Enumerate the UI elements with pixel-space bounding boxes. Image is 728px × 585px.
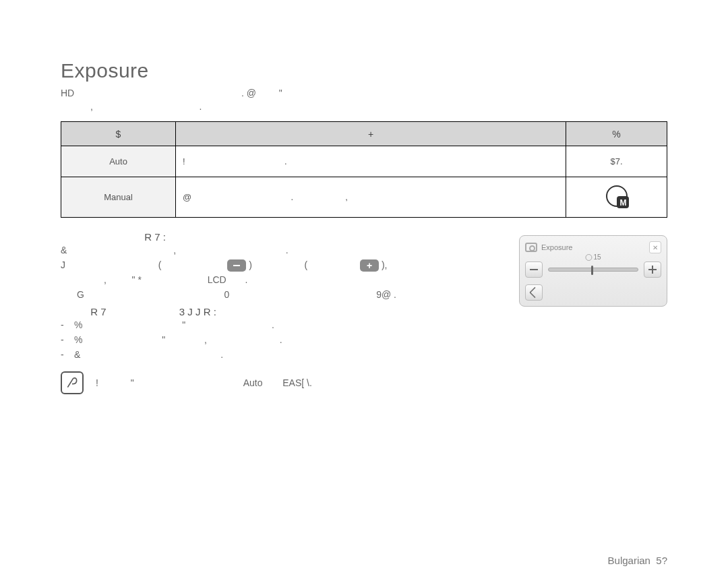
text: " [182,319,185,330]
decrease-button[interactable] [525,261,543,278]
table-row: Auto ! . $7. [61,146,667,177]
footer-page: 5? [656,555,667,566]
text: . @ [241,88,256,98]
note-row: ! " Auto EAS[ \. [61,371,526,394]
camera-icon [525,243,537,252]
text: G [77,289,84,300]
text: , [173,245,176,255]
text: % [74,319,82,330]
table-header-row: $ + % [61,122,667,146]
cell-desc-manual: @ . , [176,177,566,218]
text: " [131,377,134,388]
text: , [90,101,93,112]
manual-section-body: & , . J ( ) ( + ), , " * LCD [61,243,526,302]
page-heading: Exposure [61,59,667,82]
text: & [74,349,80,360]
exposure-panel: Exposure ✕ 15 [519,235,667,307]
text: ! [183,156,185,166]
text: . [280,334,282,345]
text: Auto [243,377,263,388]
text: , [104,274,107,285]
text: " [162,334,165,345]
recommend-section-title: R 7 3 J J R : [61,306,526,317]
text: ( [305,259,308,270]
slider-thumb[interactable] [591,266,593,275]
exposure-value: 15 [593,253,601,261]
text: 0 [224,289,230,300]
note-icon [61,371,84,394]
text: ) [249,259,252,270]
close-button[interactable]: ✕ [649,241,661,253]
text: " [279,88,282,98]
footer-lang: Bulgarian [608,555,650,566]
th-desc: + [176,122,566,146]
text: , [204,334,207,345]
text: HD [61,88,74,98]
text: ( [158,259,162,270]
exposure-slider[interactable]: 15 [525,261,661,278]
text: ! [96,377,98,388]
text: . [291,192,293,202]
text: R 7 [90,306,106,317]
cell-setting-manual: Manual [61,177,176,218]
text: . [286,245,289,255]
manual-mode-icon [606,185,628,207]
recommend-bullets: - % " . - % " , . - & [61,317,526,362]
text: " * [132,274,142,285]
text: 9@ . [376,289,396,300]
text: . [220,349,223,360]
text: R 7 : [144,231,166,243]
settings-table: $ + % Auto ! . $7. Manual @ . , [61,121,667,218]
text: @ [183,192,191,202]
page-footer: Bulgarian 5? [608,555,667,566]
panel-title: Exposure [541,243,572,251]
table-row: Manual @ . , [61,177,667,218]
minus-pill-icon [227,259,246,272]
increase-button[interactable] [644,261,661,278]
cell-setting-auto: Auto [61,146,176,177]
text: , [345,192,348,202]
text: 3 J J R : [179,306,216,317]
th-display: % [566,122,667,146]
text: . [200,101,202,112]
back-button[interactable] [525,284,543,301]
manual-mini-icon [585,254,592,261]
cell-desc-auto: ! . [176,146,566,177]
exposure-value-badge: 15 [585,253,601,261]
text: LCD [208,274,226,285]
back-arrow-icon [529,287,541,299]
plus-pill-icon: + [360,259,379,272]
manual-section-title: R 7 : [61,231,526,243]
cell-display-auto: $7. [566,146,667,177]
text: J [61,259,65,270]
text: % [74,334,82,345]
cell-display-manual [566,177,667,218]
text: . [284,156,287,166]
text: ), [382,259,388,270]
text: & [61,245,67,255]
text: . [245,274,247,285]
text: EAS[ \. [282,377,312,388]
text: . [272,319,274,330]
intro-paragraph: HD . @ " , . [61,86,667,113]
th-setting: $ [61,122,176,146]
slider-track[interactable] [548,268,638,272]
